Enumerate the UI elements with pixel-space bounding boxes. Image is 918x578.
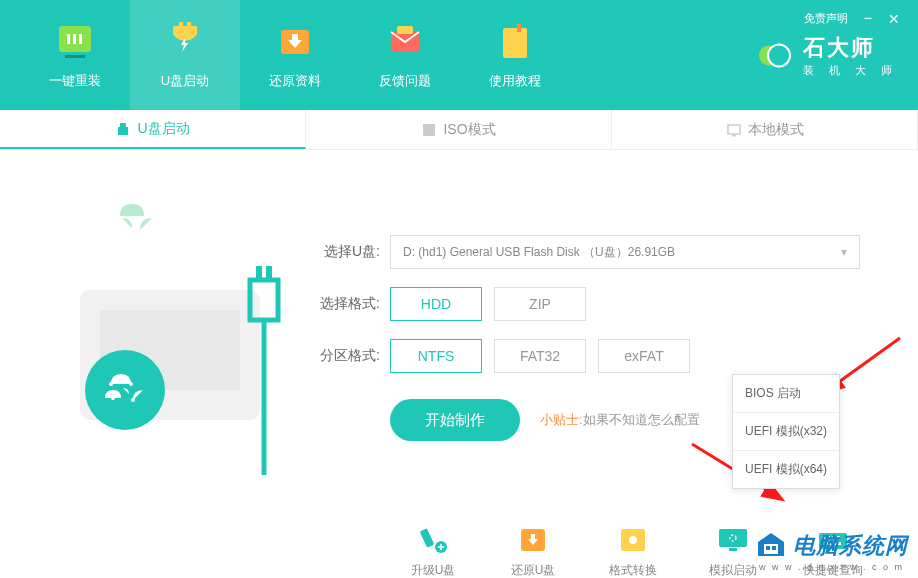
svg-rect-47 bbox=[766, 546, 770, 550]
disk-select-value: D: (hd1) General USB Flash Disk （U盘）26.9… bbox=[403, 244, 675, 261]
svg-rect-14 bbox=[120, 123, 126, 127]
svg-rect-27 bbox=[256, 266, 262, 280]
svg-rect-35 bbox=[729, 548, 737, 551]
illustration bbox=[30, 180, 300, 494]
nav-usb[interactable]: U盘启动 bbox=[130, 0, 240, 110]
action-restore[interactable]: 还原U盘 bbox=[498, 524, 568, 578]
tab-local[interactable]: 本地模式 bbox=[612, 110, 918, 149]
local-icon bbox=[726, 122, 742, 138]
svg-rect-5 bbox=[179, 22, 183, 27]
svg-rect-34 bbox=[719, 529, 747, 547]
action-label: 还原U盘 bbox=[511, 562, 556, 578]
action-label: 升级U盘 bbox=[411, 562, 456, 578]
nav-label: 还原资料 bbox=[269, 72, 321, 90]
brand: 石大师 装 机 大 师 bbox=[757, 33, 898, 78]
tip-label: 小贴士: bbox=[540, 411, 583, 429]
svg-point-24 bbox=[111, 396, 115, 400]
nav-reinstall[interactable]: 一键重装 bbox=[20, 0, 130, 110]
svg-point-33 bbox=[629, 536, 637, 544]
close-button[interactable]: ✕ bbox=[888, 11, 900, 27]
action-label: 格式转换 bbox=[609, 562, 657, 578]
disk-select[interactable]: D: (hd1) General USB Flash Disk （U盘）26.9… bbox=[390, 235, 860, 269]
action-convert[interactable]: 格式转换 bbox=[598, 524, 668, 578]
watermark-icon bbox=[755, 530, 787, 562]
restore-icon bbox=[273, 20, 317, 64]
minimize-button[interactable]: － bbox=[860, 8, 876, 29]
action-upgrade[interactable]: 升级U盘 bbox=[398, 524, 468, 578]
svg-rect-9 bbox=[397, 26, 413, 34]
tutorial-icon bbox=[493, 20, 537, 64]
tab-label: ISO模式 bbox=[443, 121, 495, 139]
chevron-down-icon: ▾ bbox=[841, 245, 847, 259]
nav-label: 反馈问题 bbox=[379, 72, 431, 90]
tab-iso[interactable]: ISO模式 bbox=[306, 110, 612, 149]
nav-label: 一键重装 bbox=[49, 72, 101, 90]
popup-uefi32[interactable]: UEFI 模拟(x32) bbox=[733, 413, 839, 451]
reinstall-icon bbox=[53, 20, 97, 64]
feedback-icon bbox=[383, 20, 427, 64]
svg-point-13 bbox=[768, 44, 790, 66]
popup-uefi64[interactable]: UEFI 模拟(x64) bbox=[733, 451, 839, 488]
brand-logo-icon bbox=[757, 37, 793, 73]
action-label: 模拟启动 bbox=[709, 562, 757, 578]
usb-icon bbox=[115, 121, 131, 137]
mode-tabs: U盘启动 ISO模式 本地模式 bbox=[0, 110, 918, 150]
tip-text: 如果不知道怎么配置 bbox=[583, 411, 700, 429]
start-button[interactable]: 开始制作 bbox=[390, 399, 520, 441]
svg-rect-16 bbox=[423, 124, 435, 136]
format-label: 选择格式: bbox=[300, 295, 380, 313]
svg-rect-4 bbox=[65, 55, 85, 58]
restore-usb-icon bbox=[513, 524, 553, 556]
svg-rect-1 bbox=[67, 34, 70, 44]
format-hdd[interactable]: HDD bbox=[390, 287, 482, 321]
format-zip[interactable]: ZIP bbox=[494, 287, 586, 321]
svg-rect-18 bbox=[732, 135, 736, 137]
nav-label: U盘启动 bbox=[161, 72, 209, 90]
tab-label: U盘启动 bbox=[137, 120, 189, 138]
nav-label: 使用教程 bbox=[489, 72, 541, 90]
brand-subtitle: 装 机 大 师 bbox=[803, 63, 898, 78]
popup-bios[interactable]: BIOS 启动 bbox=[733, 375, 839, 413]
nav-restore[interactable]: 还原资料 bbox=[240, 0, 350, 110]
svg-point-23 bbox=[129, 382, 133, 386]
nav-tutorial[interactable]: 使用教程 bbox=[460, 0, 570, 110]
simulate-icon bbox=[713, 524, 753, 556]
iso-icon bbox=[421, 122, 437, 138]
fs-fat32[interactable]: FAT32 bbox=[494, 339, 586, 373]
svg-rect-28 bbox=[266, 266, 272, 280]
fs-ntfs[interactable]: NTFS bbox=[390, 339, 482, 373]
svg-rect-15 bbox=[118, 127, 128, 135]
svg-rect-10 bbox=[503, 28, 527, 58]
select-disk-label: 选择U盘: bbox=[300, 243, 380, 261]
svg-point-22 bbox=[109, 382, 113, 386]
disclaimer-link[interactable]: 免责声明 bbox=[804, 11, 848, 26]
svg-rect-11 bbox=[517, 24, 521, 32]
usb-boot-icon bbox=[163, 20, 207, 64]
svg-rect-48 bbox=[772, 546, 776, 550]
svg-point-25 bbox=[131, 398, 135, 402]
svg-rect-3 bbox=[79, 34, 82, 44]
fs-exfat[interactable]: exFAT bbox=[598, 339, 690, 373]
watermark: 电脑系统网 w w w . d n x t w . c o m bbox=[755, 530, 908, 572]
svg-rect-29 bbox=[420, 528, 435, 548]
convert-icon bbox=[613, 524, 653, 556]
nav-feedback[interactable]: 反馈问题 bbox=[350, 0, 460, 110]
tab-usb[interactable]: U盘启动 bbox=[0, 110, 306, 149]
svg-rect-2 bbox=[73, 34, 76, 44]
watermark-url: w w w . d n x t w . c o m bbox=[759, 562, 904, 572]
watermark-name: 电脑系统网 bbox=[793, 531, 908, 561]
brand-title: 石大师 bbox=[803, 33, 898, 63]
tab-label: 本地模式 bbox=[748, 121, 804, 139]
fs-label: 分区格式: bbox=[300, 347, 380, 365]
svg-rect-17 bbox=[728, 125, 740, 134]
boot-mode-popup: BIOS 启动 UEFI 模拟(x32) UEFI 模拟(x64) bbox=[732, 374, 840, 489]
svg-rect-6 bbox=[187, 22, 191, 27]
upgrade-usb-icon bbox=[413, 524, 453, 556]
header: 免责声明 － ✕ 一键重装 U盘启动 还原资料 反馈问题 使用教程 bbox=[0, 0, 918, 110]
